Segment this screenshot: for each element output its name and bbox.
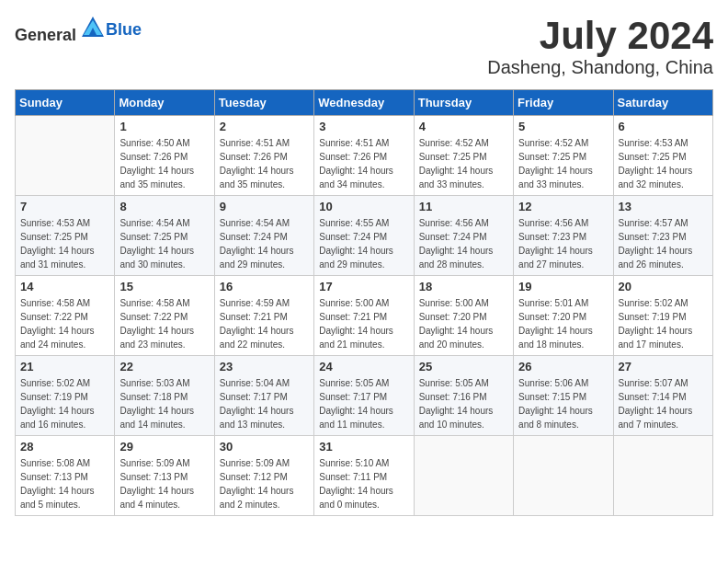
day-number: 29 (119, 440, 209, 454)
logo-icon (80, 15, 106, 40)
calendar-cell: 29Sunrise: 5:09 AMSunset: 7:13 PMDayligh… (115, 436, 214, 516)
day-number: 31 (319, 440, 408, 454)
cell-info: Sunrise: 4:52 AMSunset: 7:25 PMDaylight:… (518, 136, 608, 191)
calendar-table: SundayMondayTuesdayWednesdayThursdayFrid… (15, 89, 713, 516)
calendar-cell: 1Sunrise: 4:50 AMSunset: 7:26 PMDaylight… (115, 116, 214, 196)
calendar-cell: 7Sunrise: 4:53 AMSunset: 7:25 PMDaylight… (16, 196, 115, 276)
cell-info: Sunrise: 4:56 AMSunset: 7:23 PMDaylight:… (518, 216, 608, 271)
day-number: 19 (518, 280, 608, 293)
day-number: 12 (518, 200, 608, 213)
day-number: 4 (419, 120, 508, 133)
day-number: 7 (20, 200, 109, 213)
cell-info: Sunrise: 4:58 AMSunset: 7:22 PMDaylight:… (20, 296, 109, 351)
day-number: 23 (220, 360, 309, 373)
week-row-4: 21Sunrise: 5:02 AMSunset: 7:19 PMDayligh… (16, 356, 713, 436)
day-number: 25 (419, 360, 508, 373)
day-header-friday: Friday (514, 90, 613, 116)
day-number: 9 (220, 200, 309, 213)
logo-general-text: General (15, 26, 76, 44)
calendar-cell: 22Sunrise: 5:03 AMSunset: 7:18 PMDayligh… (115, 356, 214, 436)
day-header-monday: Monday (115, 90, 214, 116)
calendar-cell (514, 436, 613, 516)
day-number: 15 (119, 280, 209, 293)
calendar-cell: 30Sunrise: 5:09 AMSunset: 7:12 PMDayligh… (214, 436, 313, 516)
day-header-wednesday: Wednesday (314, 90, 414, 116)
calendar-cell: 28Sunrise: 5:08 AMSunset: 7:13 PMDayligh… (16, 436, 115, 516)
day-number: 16 (220, 280, 309, 293)
day-number: 24 (319, 360, 408, 373)
calendar-cell: 20Sunrise: 5:02 AMSunset: 7:19 PMDayligh… (613, 276, 712, 356)
week-row-2: 7Sunrise: 4:53 AMSunset: 7:25 PMDaylight… (16, 196, 713, 276)
cell-info: Sunrise: 5:07 AMSunset: 7:14 PMDaylight:… (619, 376, 708, 431)
cell-info: Sunrise: 5:09 AMSunset: 7:13 PMDaylight:… (119, 456, 209, 511)
cell-info: Sunrise: 4:52 AMSunset: 7:25 PMDaylight:… (419, 136, 508, 191)
calendar-cell: 21Sunrise: 5:02 AMSunset: 7:19 PMDayligh… (16, 356, 115, 436)
cell-info: Sunrise: 4:55 AMSunset: 7:24 PMDaylight:… (319, 216, 408, 271)
calendar-cell: 3Sunrise: 4:51 AMSunset: 7:26 PMDaylight… (314, 116, 414, 196)
cell-info: Sunrise: 4:51 AMSunset: 7:26 PMDaylight:… (319, 136, 408, 191)
cell-info: Sunrise: 5:02 AMSunset: 7:19 PMDaylight:… (619, 296, 708, 351)
cell-info: Sunrise: 4:58 AMSunset: 7:22 PMDaylight:… (119, 296, 209, 351)
day-number: 17 (319, 280, 408, 293)
calendar-cell: 18Sunrise: 5:00 AMSunset: 7:20 PMDayligh… (414, 276, 513, 356)
day-number: 18 (419, 280, 508, 293)
calendar-cell: 24Sunrise: 5:05 AMSunset: 7:17 PMDayligh… (314, 356, 414, 436)
cell-info: Sunrise: 4:59 AMSunset: 7:21 PMDaylight:… (220, 296, 309, 351)
cell-info: Sunrise: 5:02 AMSunset: 7:19 PMDaylight:… (20, 376, 109, 431)
day-number: 10 (319, 200, 408, 213)
cell-info: Sunrise: 5:05 AMSunset: 7:17 PMDaylight:… (319, 376, 408, 431)
cell-info: Sunrise: 5:00 AMSunset: 7:20 PMDaylight:… (419, 296, 508, 351)
cell-info: Sunrise: 5:10 AMSunset: 7:11 PMDaylight:… (319, 456, 408, 511)
calendar-cell: 15Sunrise: 4:58 AMSunset: 7:22 PMDayligh… (115, 276, 214, 356)
cell-info: Sunrise: 5:06 AMSunset: 7:15 PMDaylight:… (518, 376, 608, 431)
day-number: 6 (619, 120, 708, 133)
day-number: 14 (20, 280, 109, 293)
cell-info: Sunrise: 4:56 AMSunset: 7:24 PMDaylight:… (419, 216, 508, 271)
cell-info: Sunrise: 4:54 AMSunset: 7:25 PMDaylight:… (119, 216, 209, 271)
calendar-cell: 10Sunrise: 4:55 AMSunset: 7:24 PMDayligh… (314, 196, 414, 276)
day-number: 22 (119, 360, 209, 373)
cell-info: Sunrise: 4:57 AMSunset: 7:23 PMDaylight:… (619, 216, 708, 271)
header: General Blue July 2024 Dasheng, Shandong… (15, 15, 713, 78)
month-year-title: July 2024 (487, 15, 713, 57)
day-number: 3 (319, 120, 408, 133)
day-header-saturday: Saturday (613, 90, 712, 116)
day-number: 30 (220, 440, 309, 454)
calendar-cell: 11Sunrise: 4:56 AMSunset: 7:24 PMDayligh… (414, 196, 513, 276)
day-header-sunday: Sunday (16, 90, 115, 116)
calendar-cell: 19Sunrise: 5:01 AMSunset: 7:20 PMDayligh… (514, 276, 613, 356)
calendar-cell: 17Sunrise: 5:00 AMSunset: 7:21 PMDayligh… (314, 276, 414, 356)
day-number: 5 (518, 120, 608, 133)
title-section: July 2024 Dasheng, Shandong, China (487, 15, 713, 78)
calendar-cell: 9Sunrise: 4:54 AMSunset: 7:24 PMDaylight… (214, 196, 313, 276)
location-title: Dasheng, Shandong, China (487, 57, 713, 78)
calendar-cell: 13Sunrise: 4:57 AMSunset: 7:23 PMDayligh… (613, 196, 712, 276)
calendar-cell (414, 436, 513, 516)
cell-info: Sunrise: 5:01 AMSunset: 7:20 PMDaylight:… (518, 296, 608, 351)
cell-info: Sunrise: 5:08 AMSunset: 7:13 PMDaylight:… (20, 456, 109, 511)
logo: General Blue (15, 15, 142, 45)
calendar-cell: 8Sunrise: 4:54 AMSunset: 7:25 PMDaylight… (115, 196, 214, 276)
day-number: 20 (619, 280, 708, 293)
day-number: 1 (119, 120, 209, 133)
cell-info: Sunrise: 4:50 AMSunset: 7:26 PMDaylight:… (119, 136, 209, 191)
day-number: 13 (619, 200, 708, 213)
day-number: 11 (419, 200, 508, 213)
logo-blue-text: Blue (106, 20, 142, 39)
cell-info: Sunrise: 5:09 AMSunset: 7:12 PMDaylight:… (220, 456, 309, 511)
calendar-cell: 4Sunrise: 4:52 AMSunset: 7:25 PMDaylight… (414, 116, 513, 196)
day-number: 28 (20, 440, 109, 454)
calendar-cell: 2Sunrise: 4:51 AMSunset: 7:26 PMDaylight… (214, 116, 313, 196)
calendar-cell: 26Sunrise: 5:06 AMSunset: 7:15 PMDayligh… (514, 356, 613, 436)
header-row: SundayMondayTuesdayWednesdayThursdayFrid… (16, 90, 713, 116)
cell-info: Sunrise: 5:03 AMSunset: 7:18 PMDaylight:… (119, 376, 209, 431)
calendar-cell: 31Sunrise: 5:10 AMSunset: 7:11 PMDayligh… (314, 436, 414, 516)
cell-info: Sunrise: 5:00 AMSunset: 7:21 PMDaylight:… (319, 296, 408, 351)
calendar-cell: 12Sunrise: 4:56 AMSunset: 7:23 PMDayligh… (514, 196, 613, 276)
cell-info: Sunrise: 4:53 AMSunset: 7:25 PMDaylight:… (619, 136, 708, 191)
week-row-3: 14Sunrise: 4:58 AMSunset: 7:22 PMDayligh… (16, 276, 713, 356)
day-header-tuesday: Tuesday (214, 90, 313, 116)
day-number: 2 (220, 120, 309, 133)
cell-info: Sunrise: 4:51 AMSunset: 7:26 PMDaylight:… (220, 136, 309, 191)
day-number: 26 (518, 360, 608, 373)
